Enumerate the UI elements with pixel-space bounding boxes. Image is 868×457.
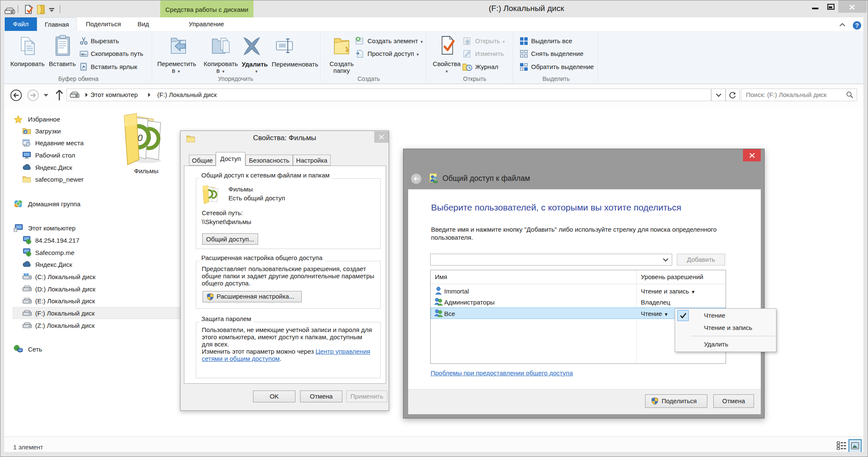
- svg-text:W: W: [81, 53, 84, 56]
